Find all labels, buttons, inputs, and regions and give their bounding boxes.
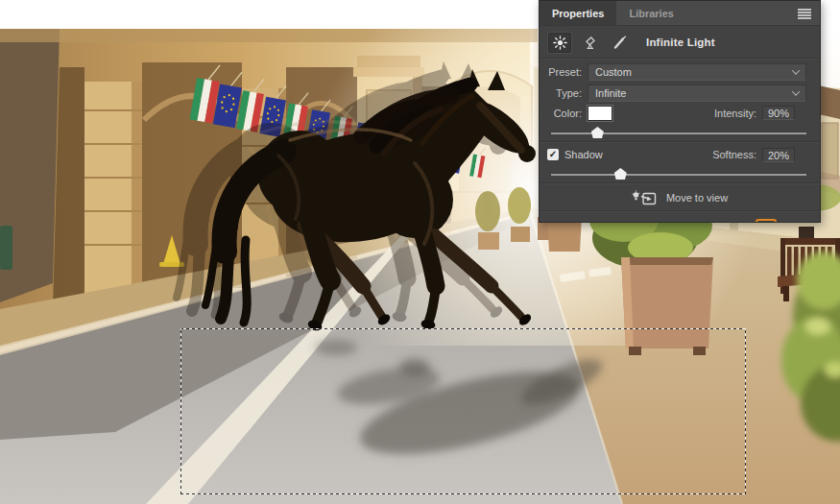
divider [540,141,820,143]
selection-marching-ants[interactable] [180,328,746,494]
point-light-icon[interactable] [548,33,571,53]
tab-libraries[interactable]: Libraries [616,1,685,25]
trash-icon [793,222,806,224]
intensity-label: Intensity: [714,108,756,119]
trash-bin [0,226,12,270]
checkmark-icon: ✓ [549,149,557,159]
selection-edge-right [745,328,746,494]
panel-tab-bar: Properties Libraries [540,1,820,26]
light-title: Infinite Light [646,36,715,48]
divider [540,182,820,184]
spot-light-icon[interactable] [578,33,601,53]
type-dropdown[interactable]: Infinite [588,84,806,102]
type-row: Type: Infinite [547,84,812,102]
softness-value[interactable]: 20% [762,148,795,162]
preset-label: Preset: [547,66,582,78]
divider [540,58,820,60]
type-value: Infinite [595,87,626,99]
softness-slider[interactable] [551,167,806,180]
panel-menu-icon[interactable] [798,9,811,19]
delete-light-button[interactable] [789,219,810,223]
shadow-checkbox[interactable]: ✓ [547,149,559,160]
properties-panel: Properties Libraries [539,0,821,223]
divider [540,210,820,212]
shadow-label: Shadow [564,149,603,160]
move-to-view-label: Move to view [666,192,728,204]
intensity-slider[interactable] [551,126,806,138]
brush-icon[interactable] [608,33,631,53]
move-to-view-button[interactable]: Move to view [540,188,820,207]
light-bulb-icon [760,223,772,224]
light-type-toolbar: Infinite Light [548,31,811,54]
intensity-slider-thumb[interactable] [591,127,604,138]
panel-footer [540,215,820,223]
slider-track [551,132,806,134]
chevron-down-icon [792,87,800,95]
shadow-row: ✓ Shadow Softness: 20% [547,147,812,162]
selection-edge-left [180,328,181,494]
softness-label: Softness: [712,149,756,160]
selection-edge-top [180,328,746,329]
add-light-button[interactable] [756,219,777,223]
tab-properties[interactable]: Properties [540,1,616,25]
selection-edge-bottom [180,493,746,494]
preset-dropdown[interactable]: Custom [588,63,806,81]
color-swatch[interactable] [588,106,612,121]
chevron-down-icon [792,66,800,74]
preset-value: Custom [595,66,632,78]
type-label: Type: [547,87,582,99]
softness-slider-thumb[interactable] [614,168,627,180]
slider-track [551,173,806,176]
move-to-view-icon [632,190,657,205]
preset-row: Preset: Custom [547,62,812,81]
color-label: Color: [547,108,582,119]
color-row: Color: Intensity: 90% [547,105,812,121]
intensity-value[interactable]: 90% [762,106,795,120]
